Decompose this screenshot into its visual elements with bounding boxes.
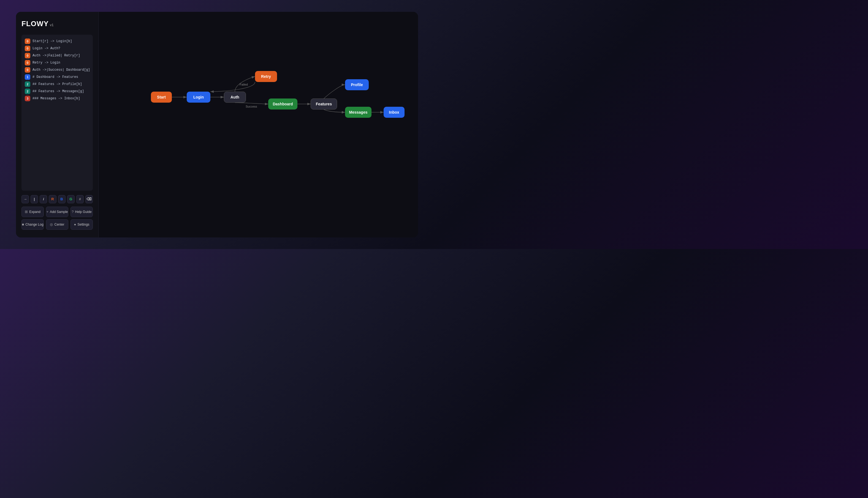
change-log-button[interactable]: ■ Change Log bbox=[22, 219, 44, 230]
line-badge: 0 bbox=[25, 39, 30, 44]
node-messages[interactable]: Messages bbox=[345, 107, 371, 118]
code-editor[interactable]: 0Start[r] -> Login[b]0Login -> Auth?0Aut… bbox=[22, 35, 93, 191]
help-guide-button[interactable]: ? Help Guide bbox=[71, 207, 93, 217]
line-text: Auth ->|Failed| Retry[r] bbox=[33, 54, 80, 57]
line-badge: 2 bbox=[25, 89, 30, 94]
app-window: FLOWY v1 0Start[r] -> Login[b]0Login -> … bbox=[16, 12, 418, 237]
code-line: 1# Dashboard -> Features bbox=[25, 74, 89, 80]
code-line: 0Start[r] -> Login[b] bbox=[25, 39, 89, 44]
code-line: 0Auth ->|Success| Dashboard[g] bbox=[25, 67, 89, 73]
line-badge: 0 bbox=[25, 67, 30, 73]
center-icon: ◎ bbox=[50, 222, 53, 226]
node-dashboard[interactable]: Dashboard bbox=[268, 99, 297, 109]
line-badge: 2 bbox=[25, 81, 30, 87]
node-login[interactable]: Login bbox=[187, 92, 210, 103]
canvas-area[interactable]: Failed Success Start Login Auth Retry Da… bbox=[99, 12, 418, 237]
add-sample-button[interactable]: + Add Sample bbox=[46, 207, 68, 217]
line-badge: 0 bbox=[25, 60, 30, 65]
settings-button[interactable]: ● Settings bbox=[71, 219, 93, 230]
line-badge: 1 bbox=[25, 74, 30, 80]
code-line: 2## Features -> Profile[b] bbox=[25, 81, 89, 87]
hash-toolbar-btn[interactable]: # bbox=[76, 195, 84, 203]
node-start-label: Start bbox=[157, 95, 166, 99]
node-inbox-label: Inbox bbox=[389, 110, 399, 115]
line-text: # Dashboard -> Features bbox=[33, 75, 78, 79]
expand-label: Expand bbox=[29, 210, 40, 214]
node-profile-label: Profile bbox=[351, 82, 363, 87]
toolbar-area: → | i R B G # ⌫ ⊞ Expand + Add Sample bbox=[22, 195, 93, 232]
app-title: FLOWY bbox=[22, 19, 49, 28]
node-features[interactable]: Features bbox=[311, 99, 337, 109]
line-badge: 0 bbox=[25, 53, 30, 58]
code-line: 3### Messages -> Inbox[b] bbox=[25, 96, 89, 101]
node-profile[interactable]: Profile bbox=[345, 79, 369, 90]
line-text: Auth ->|Success| Dashboard[g] bbox=[33, 68, 90, 72]
g-toolbar-btn[interactable]: G bbox=[67, 195, 75, 203]
changelog-icon: ■ bbox=[22, 222, 24, 226]
node-retry-label: Retry bbox=[261, 74, 271, 79]
flow-canvas: Start Login Auth Retry Dashboard Feature… bbox=[99, 12, 418, 237]
left-panel: FLOWY v1 0Start[r] -> Login[b]0Login -> … bbox=[16, 12, 99, 237]
line-badge: 0 bbox=[25, 46, 30, 51]
code-line: 0Retry -> Login bbox=[25, 60, 89, 65]
settings-icon: ● bbox=[74, 222, 76, 226]
code-line: 2## Features -> Messages[g] bbox=[25, 89, 89, 94]
arrow-toolbar-btn[interactable]: → bbox=[22, 195, 29, 203]
help-icon: ? bbox=[72, 210, 74, 214]
r-toolbar-btn[interactable]: R bbox=[49, 195, 56, 203]
node-retry[interactable]: Retry bbox=[255, 71, 277, 82]
node-inbox[interactable]: Inbox bbox=[384, 107, 405, 118]
center-label: Center bbox=[54, 223, 64, 226]
add-icon: + bbox=[47, 210, 49, 214]
node-start[interactable]: Start bbox=[151, 92, 172, 103]
pipe-toolbar-btn[interactable]: | bbox=[30, 195, 38, 203]
delete-toolbar-btn[interactable]: ⌫ bbox=[85, 195, 93, 203]
line-text: ## Features -> Profile[b] bbox=[33, 82, 82, 86]
line-text: ### Messages -> Inbox[b] bbox=[33, 96, 80, 101]
node-auth[interactable]: Auth bbox=[224, 92, 246, 103]
line-text: ## Features -> Messages[g] bbox=[33, 89, 84, 93]
expand-button[interactable]: ⊞ Expand bbox=[22, 207, 44, 217]
line-text: Login -> Auth? bbox=[33, 47, 60, 50]
change-log-label: Change Log bbox=[25, 223, 43, 226]
line-text: Start[r] -> Login[b] bbox=[33, 39, 72, 43]
center-button[interactable]: ◎ Center bbox=[46, 219, 68, 230]
add-sample-label: Add Sample bbox=[50, 210, 68, 214]
node-auth-label: Auth bbox=[230, 95, 239, 99]
logo: FLOWY v1 bbox=[22, 19, 93, 28]
expand-icon: ⊞ bbox=[25, 210, 28, 214]
line-text: Retry -> Login bbox=[33, 61, 60, 65]
node-features-label: Features bbox=[316, 102, 332, 106]
action-buttons-row2: ■ Change Log ◎ Center ● Settings bbox=[22, 219, 93, 230]
line-badge: 3 bbox=[25, 96, 30, 101]
toolbar-icons: → | i R B G # ⌫ bbox=[22, 195, 93, 203]
b-toolbar-btn[interactable]: B bbox=[58, 195, 65, 203]
help-guide-label: Help Guide bbox=[75, 210, 92, 214]
settings-label: Settings bbox=[77, 223, 89, 226]
code-line: 0Login -> Auth? bbox=[25, 46, 89, 51]
info-toolbar-btn[interactable]: i bbox=[40, 195, 47, 203]
app-version: v1 bbox=[50, 23, 54, 27]
node-login-label: Login bbox=[193, 95, 204, 99]
code-line: 0Auth ->|Failed| Retry[r] bbox=[25, 53, 89, 58]
node-dashboard-label: Dashboard bbox=[273, 102, 293, 106]
node-messages-label: Messages bbox=[349, 110, 368, 115]
action-buttons-row1: ⊞ Expand + Add Sample ? Help Guide bbox=[22, 207, 93, 217]
